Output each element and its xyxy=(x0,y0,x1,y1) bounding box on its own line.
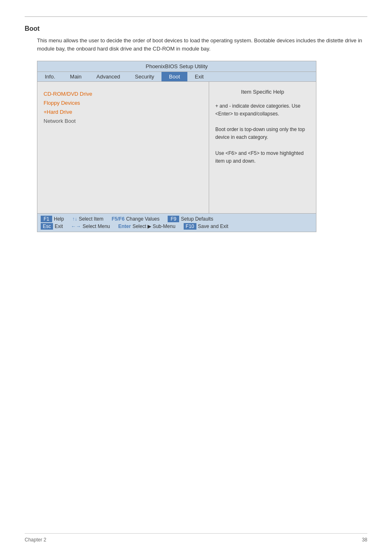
menu-item-exit[interactable]: Exit xyxy=(187,72,211,81)
footer-page: 38 xyxy=(362,537,367,543)
bios-box: PhoenixBIOS Setup Utility Info. Main Adv… xyxy=(37,61,316,232)
help-text-line1: + and - indicate device categories. Use … xyxy=(215,103,300,117)
page-container: Boot This menu allows the user to decide… xyxy=(0,0,392,257)
menu-item-main[interactable]: Main xyxy=(62,72,89,81)
bios-title-text: PhoenixBIOS Setup Utility xyxy=(145,63,208,69)
boot-item-cdrom[interactable]: CD-ROM/DVD Drive xyxy=(44,90,203,98)
label-save-exit: Save and Exit xyxy=(198,223,228,229)
bios-left-panel: CD-ROM/DVD Drive Floppy Devices +Hard Dr… xyxy=(37,82,209,213)
label-help: Help xyxy=(54,216,64,222)
label-setup-defaults: Setup Defaults xyxy=(181,216,213,222)
label-select-item: Select Item xyxy=(79,216,104,222)
boot-item-floppy[interactable]: Floppy Devices xyxy=(44,99,203,107)
label-exit: Exit xyxy=(55,223,63,229)
label-select-menu: Select Menu xyxy=(83,223,110,229)
menu-item-boot[interactable]: Boot xyxy=(161,72,187,81)
key-f5f6: F5/F6 xyxy=(112,216,125,222)
status-row-2: Esc Exit ←→ Select Menu Enter Select ▶ S… xyxy=(41,223,313,230)
boot-item-network[interactable]: Network Boot xyxy=(44,117,203,125)
bios-title-bar: PhoenixBIOS Setup Utility xyxy=(37,61,316,72)
menu-item-security[interactable]: Security xyxy=(127,72,161,81)
help-text: + and - indicate device categories. Use … xyxy=(215,102,310,166)
footer-chapter: Chapter 2 xyxy=(25,537,46,543)
help-title: Item Specific Help xyxy=(215,88,310,96)
boot-item-harddrive[interactable]: +Hard Drive xyxy=(44,108,203,116)
bios-right-panel: Item Specific Help + and - indicate devi… xyxy=(209,82,316,213)
key-f9: F9 xyxy=(168,216,179,222)
label-select-submenu: Select ▶ Sub-Menu xyxy=(132,223,175,229)
section-desc: This menu allows the user to decide the … xyxy=(37,37,367,53)
key-enter: Enter xyxy=(118,223,131,229)
top-rule xyxy=(25,16,367,17)
menu-item-info[interactable]: Info. xyxy=(37,72,62,81)
key-arrows-lr: ←→ xyxy=(71,223,81,229)
key-f1: F1 xyxy=(41,216,52,222)
key-arrows-ud: ↑↓ xyxy=(72,216,77,222)
key-f10: F10 xyxy=(184,223,196,230)
label-change-values: Change Values xyxy=(126,216,159,222)
help-text-line2: Boot order is top-down using only the to… xyxy=(215,127,305,140)
section-title: Boot xyxy=(25,25,367,32)
key-esc: Esc xyxy=(41,223,53,230)
bios-content: CD-ROM/DVD Drive Floppy Devices +Hard Dr… xyxy=(37,82,316,213)
menu-item-advanced[interactable]: Advanced xyxy=(89,72,127,81)
bios-menu-bar: Info. Main Advanced Security Boot Exit xyxy=(37,72,316,82)
help-text-line3: Use <F6> and <F5> to move highlighted it… xyxy=(215,150,304,164)
page-footer: Chapter 2 38 xyxy=(25,533,367,543)
status-row-1: F1 Help ↑↓ Select Item F5/F6 Change Valu… xyxy=(41,216,313,222)
bios-status-bar: F1 Help ↑↓ Select Item F5/F6 Change Valu… xyxy=(37,213,316,232)
